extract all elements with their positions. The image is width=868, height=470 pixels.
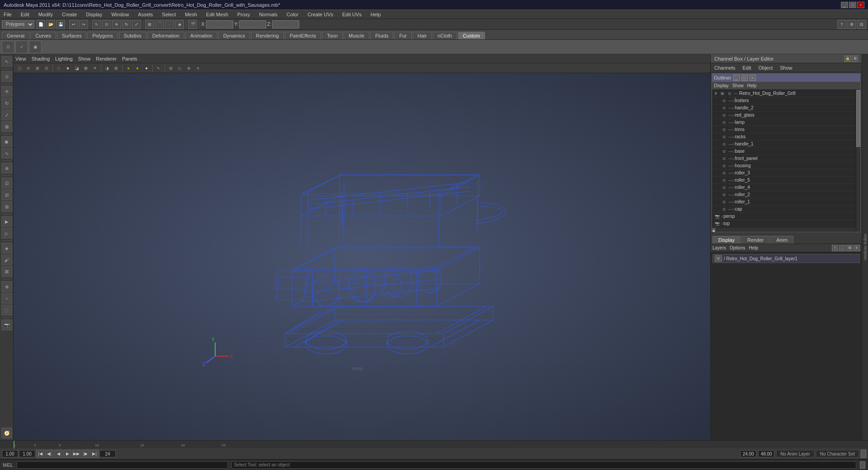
jiggle-icon[interactable]: ◌: [1, 305, 12, 315]
outliner-item-redglass[interactable]: ⊙ —○ red_glass: [712, 112, 860, 119]
outliner-item-lamp[interactable]: ⊙ —○ lamp: [712, 119, 860, 126]
dra-menu-options[interactable]: Options: [730, 245, 745, 250]
snap-curve-icon[interactable]: ⌒: [155, 20, 164, 29]
shelf-tab-polygons[interactable]: Polygons: [87, 32, 118, 39]
menu-select[interactable]: Select: [160, 11, 178, 18]
panels-icon[interactable]: ⊟: [857, 20, 866, 29]
outliner-max-btn[interactable]: □: [741, 75, 748, 81]
sculpt-icon[interactable]: ∿: [1, 148, 12, 159]
menu-proxy[interactable]: Proxy: [236, 11, 252, 18]
layer-delete-icon[interactable]: -: [839, 245, 845, 251]
cb-tab-show[interactable]: Show: [778, 65, 794, 71]
vt-wireframe-icon[interactable]: □: [55, 64, 63, 72]
shelf-tab-toon[interactable]: Toon: [322, 32, 343, 39]
outliner-scrollbar[interactable]: [856, 90, 860, 232]
paint-select-icon[interactable]: ⊙: [1, 71, 12, 82]
play-fwd-btn[interactable]: ▶▶: [72, 450, 80, 458]
minimize-button[interactable]: _: [841, 2, 848, 8]
outliner-item-persp[interactable]: 📷 ○ persp: [712, 213, 860, 220]
outliner-menu-show[interactable]: Show: [732, 83, 744, 88]
viewport-show-menu[interactable]: Show: [78, 56, 91, 61]
vt-snap-icon[interactable]: ⊛: [185, 64, 193, 72]
vt-all-lights-icon[interactable]: ☀: [91, 64, 99, 72]
cb-tab-object[interactable]: Object: [756, 65, 774, 71]
outliner-item-handle2[interactable]: ⊙ —○ handle_2: [712, 104, 860, 112]
viewport-shading-menu[interactable]: Shading: [32, 56, 50, 61]
shelf-tab-surfaces[interactable]: Surfaces: [57, 32, 86, 39]
outliner-item-roller4[interactable]: ⊙ —○ roller_4: [712, 184, 860, 191]
transform-tool-icon[interactable]: ⊠: [1, 121, 12, 132]
shelf-tab-general[interactable]: General: [2, 32, 29, 39]
scale-tool-icon[interactable]: ⤢: [1, 109, 12, 120]
outliner-min-btn[interactable]: _: [733, 75, 740, 81]
layer-settings-icon[interactable]: ⚙: [846, 245, 853, 251]
menu-normals[interactable]: Normals: [257, 11, 279, 18]
outliner-item-roller3[interactable]: ⊙ —○ roller_3: [712, 169, 860, 177]
outliner-item-cap[interactable]: ⊙ —○ cap: [712, 206, 860, 213]
vt-component-icon[interactable]: ⊞: [33, 64, 42, 72]
play-btn[interactable]: ▶: [63, 450, 71, 458]
shelf-tab-curves[interactable]: Curves: [30, 32, 56, 39]
prev-key-btn[interactable]: ◀|: [45, 450, 53, 458]
cmd-input-field[interactable]: [17, 461, 228, 469]
outliner-item-trotters[interactable]: ⊙ —○ trotters: [712, 97, 860, 104]
layer-item-1[interactable]: V / Retro_Hot_Dog_Roller_Grill_layer1: [712, 254, 860, 263]
dra-tab-anim[interactable]: Anim: [770, 236, 793, 244]
layer-visibility-btn[interactable]: V: [715, 255, 722, 262]
cb-gear-icon[interactable]: ⚙: [852, 56, 858, 62]
open-icon[interactable]: 📂: [46, 20, 55, 29]
help-icon[interactable]: ?: [837, 20, 846, 29]
menu-edituvs[interactable]: Edit UVs: [340, 11, 363, 18]
move-tool-icon[interactable]: ✛: [1, 86, 12, 97]
vt-light-quality-2[interactable]: ●: [133, 64, 142, 72]
new-icon[interactable]: 📄: [36, 20, 45, 29]
cb-tab-edit[interactable]: Edit: [741, 65, 753, 71]
vt-smooth-icon[interactable]: ■: [64, 64, 72, 72]
shelf-icon-3[interactable]: ◉: [29, 41, 42, 53]
hypershade-icon[interactable]: ◈: [1, 243, 12, 254]
vt-camera-icon[interactable]: 🎥: [15, 64, 24, 72]
outliner-item-housing[interactable]: ⊙ —○ housing: [712, 162, 860, 169]
outliner-menu-help[interactable]: Help: [747, 83, 757, 88]
vt-shadow-icon[interactable]: ◑: [103, 64, 111, 72]
rotate-icon[interactable]: ↻: [122, 20, 131, 29]
shelf-tab-subdivs[interactable]: Subdivs: [119, 32, 146, 39]
vt-light-quality-1[interactable]: ●: [124, 64, 132, 72]
deform-icon[interactable]: ⊕: [1, 281, 12, 292]
shelf-tab-ncloth[interactable]: nCloth: [433, 32, 457, 39]
cb-lock-icon[interactable]: 🔒: [844, 56, 851, 62]
save-icon[interactable]: 💾: [56, 20, 65, 29]
shelf-icon-1[interactable]: ⊙: [2, 41, 14, 53]
dra-tab-render[interactable]: Render: [741, 236, 769, 244]
y-input[interactable]: [239, 20, 266, 28]
playback-scrollbar[interactable]: [861, 450, 866, 458]
shelf-tab-fur[interactable]: Fur: [394, 32, 412, 39]
outliner-close-btn[interactable]: ×: [750, 75, 756, 81]
menu-mesh[interactable]: Mesh: [183, 11, 199, 18]
x-input[interactable]: [206, 20, 233, 28]
settings-icon[interactable]: ⚙: [847, 20, 856, 29]
snap-live-icon[interactable]: ⊡: [1, 178, 12, 188]
maximize-button[interactable]: □: [849, 2, 856, 8]
undo-icon[interactable]: ↩: [69, 20, 78, 29]
navigate-icon[interactable]: 🧭: [1, 428, 12, 438]
outliner-item-racks[interactable]: ⊙ —○ racks: [712, 133, 860, 141]
outliner-item-handle1[interactable]: ⊙ —○ handle_1: [712, 141, 860, 148]
shelf-tab-fluids[interactable]: Fluids: [370, 32, 393, 39]
shelf-tab-deformation[interactable]: Deformation: [147, 32, 184, 39]
context-dropdown[interactable]: Polygons: [2, 20, 34, 28]
snap-point-icon[interactable]: ·: [165, 20, 174, 29]
vt-select-icon[interactable]: ↖: [155, 64, 163, 72]
menu-color[interactable]: Color: [285, 11, 300, 18]
outliner-item-base[interactable]: ⊙ —○ base: [712, 148, 860, 155]
snap-surface-icon[interactable]: ◈: [175, 20, 184, 29]
snap-persp-icon[interactable]: ⊞: [1, 201, 12, 212]
menu-help[interactable]: Help: [369, 11, 383, 18]
shelf-tab-dynamics[interactable]: Dynamics: [218, 32, 250, 39]
outliner-hscrollbar[interactable]: ◂ ▸: [712, 227, 860, 232]
next-key-btn[interactable]: |▶: [81, 450, 90, 458]
vt-texture-icon[interactable]: ⊠: [82, 64, 90, 72]
camera-icon[interactable]: 📷: [1, 320, 12, 330]
outliner-item-trims[interactable]: ⊙ —○ trims: [712, 126, 860, 133]
shelf-tab-custom[interactable]: Custom: [458, 32, 485, 39]
